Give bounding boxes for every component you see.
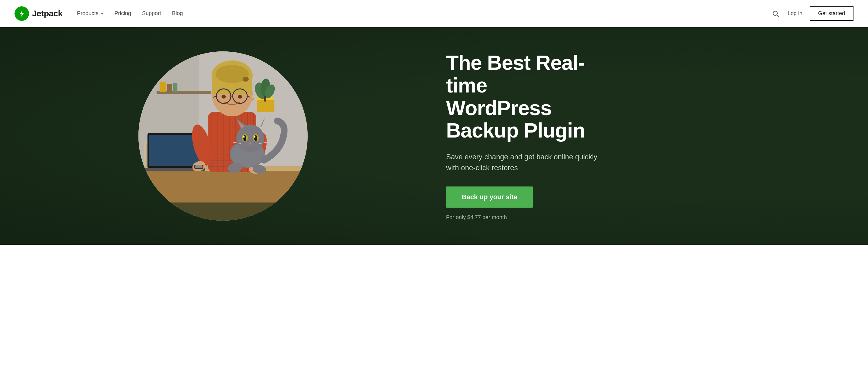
- svg-point-51: [238, 95, 242, 98]
- svg-marker-0: [20, 10, 24, 17]
- svg-rect-6: [160, 82, 166, 92]
- svg-rect-10: [257, 100, 274, 112]
- nav-products-link[interactable]: Products: [77, 10, 104, 17]
- svg-rect-7: [167, 84, 172, 93]
- login-link[interactable]: Log in: [787, 10, 802, 17]
- hero-image-area: [0, 33, 434, 239]
- search-icon: [772, 10, 779, 17]
- hero-illustration: [138, 52, 308, 221]
- nav-blog-link[interactable]: Blog: [172, 10, 183, 17]
- hero-image-inner: [138, 52, 308, 221]
- nav-pricing-link[interactable]: Pricing: [115, 10, 131, 17]
- svg-line-2: [777, 15, 779, 17]
- svg-point-42: [243, 77, 249, 82]
- svg-point-63: [254, 135, 257, 141]
- nav-links: Products Pricing Support Blog: [77, 10, 771, 17]
- hero-title: The Best Real-time WordPress Backup Plug…: [446, 52, 621, 142]
- svg-rect-74: [195, 165, 203, 168]
- search-button[interactable]: [771, 9, 780, 19]
- hero-section: The Best Real-time WordPress Backup Plug…: [0, 27, 868, 245]
- svg-point-55: [236, 125, 264, 152]
- svg-rect-8: [173, 83, 178, 92]
- price-note: For only $4.77 per month: [446, 214, 621, 221]
- svg-point-49: [221, 95, 226, 98]
- svg-point-64: [243, 136, 245, 138]
- svg-rect-75: [138, 202, 308, 221]
- nav-support-link[interactable]: Support: [142, 10, 161, 17]
- logo-icon: [14, 6, 29, 21]
- navbar: Jetpack Products Pricing Support Blog Lo…: [0, 0, 868, 27]
- svg-point-52: [251, 98, 254, 101]
- hero-content: The Best Real-time WordPress Backup Plug…: [434, 33, 646, 239]
- svg-rect-14: [264, 96, 266, 101]
- hero-subtitle: Save every change and get back online qu…: [446, 151, 603, 173]
- logo-link[interactable]: Jetpack: [14, 6, 63, 21]
- lightning-icon: [18, 10, 26, 18]
- svg-point-61: [243, 135, 246, 141]
- cta-button[interactable]: Back up your site: [446, 187, 533, 208]
- get-started-button[interactable]: Get started: [810, 6, 854, 21]
- svg-point-65: [254, 136, 256, 138]
- hero-circle-image: [138, 52, 308, 221]
- chevron-down-icon: [101, 13, 104, 14]
- logo-text: Jetpack: [32, 9, 63, 19]
- nav-right: Log in Get started: [771, 6, 854, 21]
